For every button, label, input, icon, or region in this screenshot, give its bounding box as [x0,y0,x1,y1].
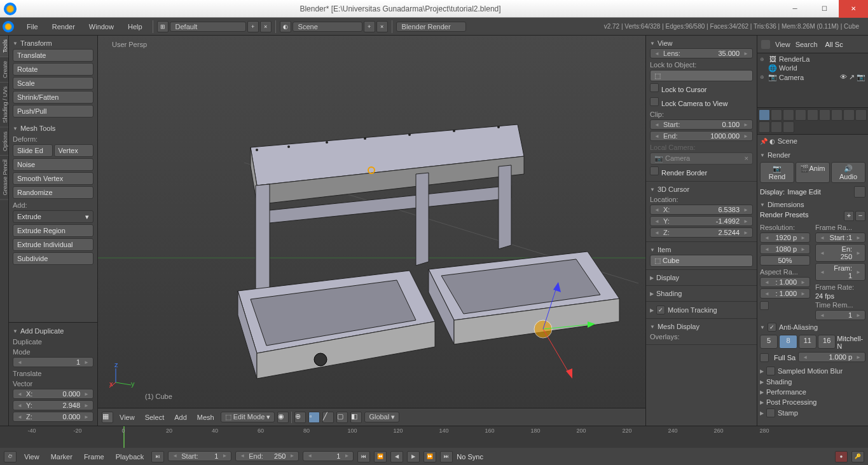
play-reverse-button[interactable]: ◀ [390,451,403,462]
outliner-filter-dropdown[interactable]: All Sc [823,40,846,49]
minimize-button[interactable]: ─ [780,0,809,18]
timeline-current-field[interactable]: ◄1► [303,451,354,461]
performance-header[interactable]: Performance [760,387,865,397]
aspect-x-field[interactable]: ◄: 1.000► [760,277,810,287]
maximize-button[interactable]: ☐ [809,0,839,18]
keyframe-next-button[interactable]: ⏩ [424,451,436,462]
outliner-item-camera[interactable]: ⊕📷Camera👁 ↗ 📷 [760,72,865,82]
prop-tab-physics[interactable] [783,121,794,133]
add-scene-button[interactable]: + [364,21,375,32]
outliner-view-menu[interactable]: View [775,41,790,48]
frame-step-field[interactable]: ◄Fram: 1► [815,263,865,281]
frame-end-field[interactable]: ◄En: 250► [815,244,865,262]
prop-tab-modifiers[interactable] [831,109,843,121]
cursor-panel-header[interactable]: 3D Cursor [650,184,753,194]
prop-tab-constraints[interactable] [819,109,830,121]
outliner[interactable]: ⊕🖼RenderLa 🌐World ⊕📷Camera👁 ↗ 📷 [757,53,868,108]
cursor-x-field[interactable]: ◄X:6.5383► [650,205,753,215]
stamp-header[interactable]: Stamp [760,407,865,419]
shading-panel-header[interactable]: Shading [650,288,753,299]
item-name-field[interactable]: ⬚ Cube [650,255,753,267]
timeline-end-field[interactable]: ◄End:250► [235,451,299,461]
border-checkbox[interactable] [760,301,769,310]
prop-tab-texture[interactable] [759,121,770,133]
timeline-view-menu[interactable]: View [20,453,43,461]
scale-button[interactable]: Scale [13,77,93,90]
viewport-shading-button[interactable]: ◉ [277,412,289,423]
full-sample-checkbox[interactable] [760,353,769,362]
add-layout-button[interactable]: + [247,21,259,32]
prop-tab-render[interactable] [759,109,770,121]
prop-tab-world[interactable] [795,109,806,121]
shading2-header[interactable]: Shading [760,377,865,387]
tab-create[interactable]: Create [0,57,8,83]
scene-icon[interactable]: ◐ [280,21,291,32]
remove-preset-button[interactable]: − [855,211,865,221]
outliner-item-renderlayers[interactable]: ⊕🖼RenderLa [760,55,865,64]
render-panel-header[interactable]: Render [760,150,865,160]
tab-options[interactable]: Options [0,128,8,156]
aa-11-button[interactable]: 11 [799,335,816,349]
aa-filter-dropdown[interactable]: Mitchell-N [837,335,865,350]
jump-start-button[interactable]: ⏮ [357,451,370,462]
delete-layout-button[interactable]: × [260,21,272,32]
auto-keyframe-button[interactable]: ● [835,451,848,462]
render-button[interactable]: 📷Rend [760,162,794,183]
slide-vertex-button[interactable]: Vertex [54,144,94,157]
aa-8-button[interactable]: 8 [779,335,797,349]
frame-start-field[interactable]: ◄Start :1► [815,232,865,243]
prop-tab-particles[interactable] [771,121,782,133]
motion-tracking-header[interactable]: ✓Motion Tracking [650,304,753,316]
timeline-frame-menu[interactable]: Frame [80,453,108,461]
vector-x-field[interactable]: ◄X:0.000► [13,389,93,399]
outliner-type-icon[interactable] [761,40,770,49]
prop-tab-render-layers[interactable] [771,109,782,121]
mode-field[interactable]: ◄1► [13,357,93,367]
res-pct-field[interactable]: 50% [760,255,810,266]
play-button[interactable]: ▶ [407,451,420,462]
shrink-fatten-button[interactable]: Shrink/Fatten [13,91,93,104]
outliner-item-world[interactable]: 🌐World [760,64,865,72]
pivot-point-button[interactable]: ⊕ [294,412,306,423]
add-menu[interactable]: Add [170,414,191,421]
lock-interface-button[interactable] [854,186,865,198]
limit-selection-button[interactable]: ◧ [350,412,362,423]
file-menu[interactable]: File [20,23,45,30]
render-engine-dropdown[interactable]: Blender Render [396,22,466,32]
face-select-button[interactable]: ▢ [336,412,348,423]
render-presets-dropdown[interactable]: Render Presets [760,211,843,221]
editor-type-icon[interactable]: ▦ [102,412,113,423]
edge-select-button[interactable]: ╱ [322,412,334,423]
use-preview-button[interactable]: ⏯ [151,451,164,462]
outliner-search-menu[interactable]: Search [796,41,818,48]
time-remap-field[interactable]: ◄1► [815,310,865,320]
lock-cursor-checkbox[interactable] [650,83,659,92]
clip-start-field[interactable]: ◄Start:0.100► [650,119,753,130]
rotate-button[interactable]: Rotate [13,63,93,76]
prop-tab-material[interactable] [855,109,867,121]
render-menu[interactable]: Render [46,23,81,30]
subdivide-button[interactable]: Subdivide [13,252,93,265]
audio-button[interactable]: 🔊Audio [831,162,865,183]
push-pull-button[interactable]: Push/Pull [13,105,93,118]
lens-field[interactable]: ◄Lens:35.000► [650,48,753,58]
keyframe-prev-button[interactable]: ⏪ [374,451,387,462]
aa-16-button[interactable]: 16 [818,335,836,349]
aa-panel-header[interactable]: ✓Anti-Aliasing [760,321,865,333]
close-button[interactable]: ✕ [839,0,868,18]
vector-y-field[interactable]: ◄Y:2.948► [13,400,93,410]
vertex-select-button[interactable]: ▫ [308,412,320,423]
vector-z-field[interactable]: ◄Z:0.000► [13,412,93,422]
lock-camera-checkbox[interactable] [650,97,659,106]
extrude-individual-button[interactable]: Extrude Individual [13,238,93,251]
smooth-vertex-button[interactable]: Smooth Vertex [13,172,93,185]
motion-blur-header[interactable]: Sampled Motion Blur [760,365,865,377]
aspect-y-field[interactable]: ◄: 1.000► [760,288,810,299]
noise-button[interactable]: Noise [13,158,93,171]
mesh-tools-panel-header[interactable]: Mesh Tools [13,123,93,134]
translate-button[interactable]: Translate [13,49,93,62]
orientation-dropdown[interactable]: Global ▾ [364,412,399,422]
postproc-header[interactable]: Post Processing [760,397,865,407]
aa-5-button[interactable]: 5 [760,335,778,349]
item-panel-header[interactable]: Item [650,245,753,255]
